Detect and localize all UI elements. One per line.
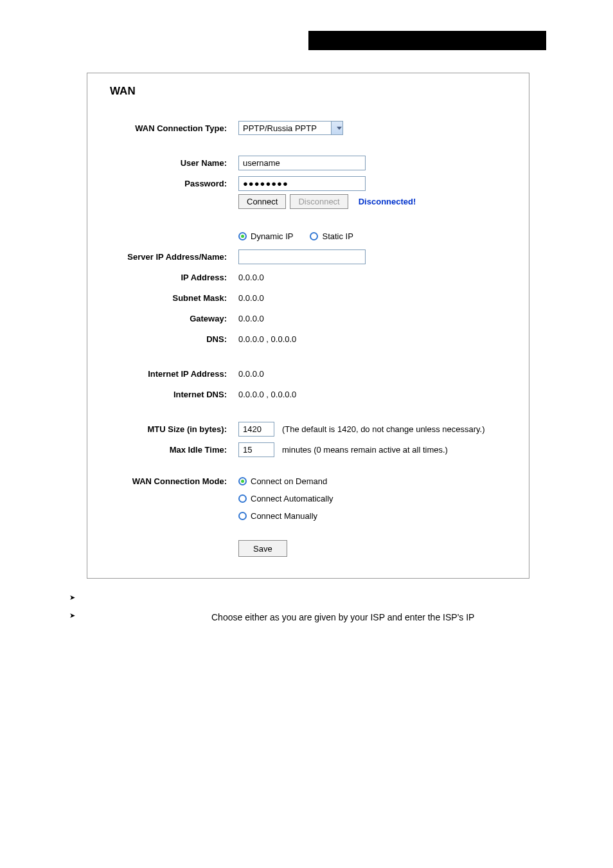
max-idle-label: Max Idle Time: [110,445,238,455]
bullet-icon: ➤ [69,593,75,602]
connect-on-demand-radio[interactable]: Connect on Demand [238,476,333,486]
wan-type-select[interactable]: PPTP/Russia PPTP [238,121,343,135]
save-button[interactable]: Save [238,540,287,557]
connect-button[interactable]: Connect [238,194,286,209]
wan-type-value: PPTP/Russia PPTP [239,123,317,133]
server-ip-input[interactable] [238,249,366,264]
gateway-value: 0.0.0.0 [238,314,264,323]
wan-mode-label: WAN Connection Mode: [110,476,238,486]
username-label: User Name: [110,158,238,168]
connect-on-demand-label: Connect on Demand [251,476,327,486]
subnet-mask-label: Subnet Mask: [110,293,238,303]
connect-automatically-label: Connect Automatically [251,494,333,503]
radio-checked-icon [238,477,247,485]
internet-ip-label: Internet IP Address: [110,369,238,379]
header-black-bar [308,31,546,50]
chevron-down-icon [331,122,342,134]
bullet-text-2: Choose either as you are given by your I… [211,610,474,626]
ip-address-value: 0.0.0.0 [238,273,264,282]
radio-checked-icon [238,232,247,240]
dns-value: 0.0.0.0 , 0.0.0.0 [238,334,296,344]
server-ip-label: Server IP Address/Name: [110,252,238,262]
ip-address-label: IP Address: [110,273,238,282]
internet-ip-value: 0.0.0.0 [238,369,264,379]
mtu-input[interactable] [238,422,274,437]
internet-dns-label: Internet DNS: [110,390,238,399]
username-input[interactable] [238,156,366,170]
wan-panel: WAN WAN Connection Type: PPTP/Russia PPT… [87,73,529,579]
radio-icon [310,232,318,240]
password-label: Password: [110,179,238,188]
max-idle-input[interactable] [238,442,274,457]
dynamic-ip-radio[interactable]: Dynamic IP [238,231,293,241]
connection-status: Disconnected! [359,197,416,206]
dynamic-ip-label: Dynamic IP [251,231,293,241]
disconnect-button[interactable]: Disconnect [290,194,348,209]
static-ip-radio[interactable]: Static IP [310,231,353,241]
static-ip-label: Static IP [322,231,353,241]
dns-label: DNS: [110,334,238,344]
mtu-hint: (The default is 1420, do not change unle… [282,424,485,434]
radio-icon [238,512,247,520]
radio-icon [238,494,247,503]
connect-automatically-radio[interactable]: Connect Automatically [238,494,333,503]
connect-manually-radio[interactable]: Connect Manually [238,511,333,521]
panel-title: WAN [110,85,506,98]
bullet-icon: ➤ [69,611,75,626]
bullet-row-2: ➤ Choose either as you are given by your… [69,610,544,626]
mtu-label: MTU Size (in bytes): [110,424,238,434]
wan-type-label: WAN Connection Type: [110,123,238,133]
max-idle-hint: minutes (0 means remain active at all ti… [282,445,448,455]
internet-dns-value: 0.0.0.0 , 0.0.0.0 [238,390,296,399]
subnet-mask-value: 0.0.0.0 [238,293,264,303]
bullet-row-1: ➤ [69,592,544,602]
connect-manually-label: Connect Manually [251,511,317,521]
password-input[interactable] [238,176,366,191]
gateway-label: Gateway: [110,314,238,323]
